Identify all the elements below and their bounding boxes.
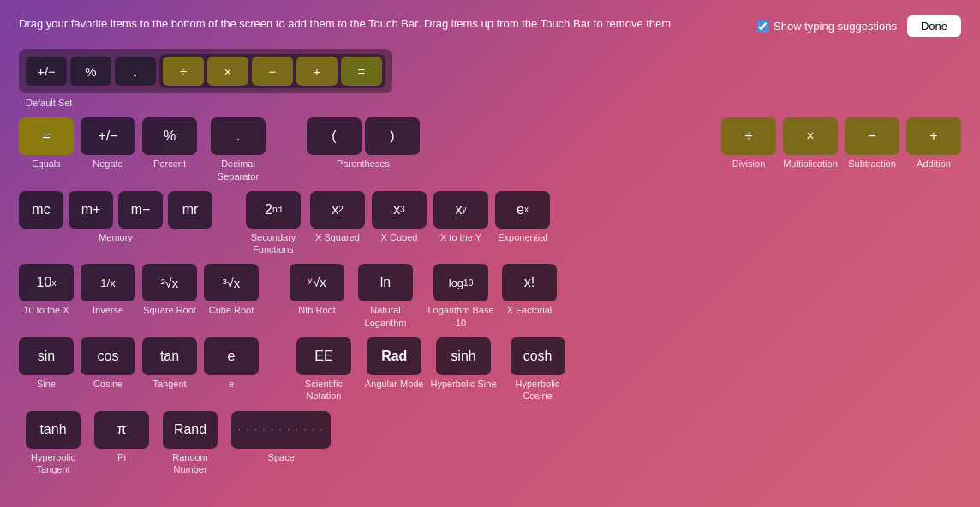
ds-percent-btn[interactable]: % [70, 57, 111, 86]
xsquared-label: X Squared [315, 231, 360, 243]
ln-btn[interactable]: ln [358, 264, 413, 301]
ds-decimal-btn[interactable]: . [115, 57, 156, 86]
tentox-btn[interactable]: 10x [19, 264, 74, 301]
memory-label: Memory [99, 231, 133, 243]
ds-add-btn[interactable]: + [296, 57, 338, 86]
tentox-label: 10 to the X [23, 304, 69, 316]
nthroot-btn[interactable]: ʸ√x [290, 264, 344, 301]
tan-btn[interactable]: tan [142, 337, 197, 375]
tanh-group: tanh Hyperbolic Tangent [19, 411, 87, 476]
space-btn[interactable]: · · · · · · · · · · · [231, 411, 331, 449]
rad-btn[interactable]: Rad [367, 337, 421, 375]
xtoy-btn[interactable]: xy [433, 191, 488, 229]
percent-group: % Percent [142, 117, 197, 170]
log10-label: Logarithm Base 10 [427, 304, 495, 329]
subtraction-label: Subtraction [848, 158, 896, 170]
main-container: Drag your favorite items to the bottom o… [0, 0, 980, 507]
ds-multiply-btn[interactable]: × [207, 57, 248, 86]
instruction-text: Drag your favorite items to the bottom o… [19, 15, 674, 33]
exp-label: Exponential [498, 231, 547, 243]
exp-group: ex Exponential [495, 191, 550, 243]
sinh-group: sinh Hyperbolic Sine [431, 337, 497, 390]
row-3: 10x 10 to the X 1/x Inverse ²√x Square R… [19, 264, 572, 329]
close-paren-btn[interactable]: ) [365, 117, 420, 155]
typing-suggestions-checkbox[interactable] [756, 21, 768, 33]
ds-subtract-btn[interactable]: − [252, 57, 293, 86]
nthroot-label: Nth Root [298, 304, 335, 316]
addition-label: Addition [917, 158, 951, 170]
pi-group: π Pi [94, 411, 149, 463]
mplus-btn[interactable]: m+ [69, 191, 113, 229]
ds-negate-btn[interactable]: +/− [26, 57, 67, 86]
decimal-btn[interactable]: . [211, 117, 266, 155]
ln-label: Natural Logarithm [351, 304, 420, 329]
typing-suggestions-label[interactable]: Show typing suggestions [756, 20, 897, 33]
nthroot-group: ʸ√x Nth Root [290, 264, 344, 316]
equals-btn[interactable]: = [19, 117, 74, 155]
multiplication-label: Multiplication [783, 158, 838, 170]
right-ops: ÷ Division × Multiplication − Subtractio… [721, 117, 961, 170]
ds-equals-btn[interactable]: = [341, 57, 382, 86]
tanh-btn[interactable]: tanh [26, 411, 81, 449]
decimal-label: Decimal Separator [204, 158, 272, 182]
inverse-btn[interactable]: 1/x [81, 264, 135, 301]
sin-btn[interactable]: sin [19, 337, 74, 375]
ds-divide-btn[interactable]: ÷ [163, 57, 204, 86]
factorial-btn[interactable]: x! [502, 264, 557, 301]
memory-btn-row: mc m+ m− mr [19, 191, 212, 229]
secondary-fn-label: Secondary Functions [243, 231, 303, 256]
open-paren-btn[interactable]: ( [307, 117, 362, 155]
cbrt-btn[interactable]: ³√x [204, 264, 259, 301]
division-btn[interactable]: ÷ [721, 117, 776, 155]
xcubed-btn[interactable]: x3 [372, 191, 427, 229]
negate-label: Negate [93, 158, 122, 170]
multiplication-btn[interactable]: × [783, 117, 838, 155]
mr-btn[interactable]: mr [168, 191, 212, 229]
sqrt-btn[interactable]: ²√x [142, 264, 197, 301]
percent-btn[interactable]: % [142, 117, 197, 155]
rand-btn[interactable]: Rand [163, 411, 218, 449]
default-set-label: Default Set [26, 97, 72, 109]
ee-btn[interactable]: EE [296, 337, 351, 375]
sinh-label: Hyperbolic Sine [431, 378, 497, 390]
parentheses-label: Parentheses [337, 158, 390, 170]
default-set-bar: +/− % . ÷ × − + = [19, 49, 392, 93]
cos-group: cos Cosine [81, 337, 135, 390]
secondary-fn-btn[interactable]: 2nd [246, 191, 301, 229]
sqrt-group: ²√x Square Root [142, 264, 197, 316]
log10-btn[interactable]: log10 [433, 264, 488, 301]
mminus-btn[interactable]: m− [118, 191, 163, 229]
decimal-group: . Decimal Separator [204, 117, 272, 182]
addition-btn[interactable]: + [906, 117, 961, 155]
xcubed-label: X Cubed [381, 231, 418, 243]
addition-group: + Addition [906, 117, 961, 170]
rad-label: Angular Mode [365, 378, 424, 390]
exp-btn[interactable]: ex [495, 191, 550, 229]
pi-label: Pi [117, 451, 126, 463]
xtoy-label: X to the Y [440, 231, 481, 243]
factorial-label: X Factorial [507, 304, 553, 316]
row-4: sin Sine cos Cosine tan Tangent e e EE [19, 337, 572, 403]
ee-group: EE Scientific Notation [290, 337, 358, 403]
default-set-section: +/− % . ÷ × − + = Default Set [19, 49, 961, 109]
row-5: tanh Hyperbolic Tangent π Pi Rand Random… [19, 411, 572, 476]
pi-btn[interactable]: π [94, 411, 149, 449]
mc-btn[interactable]: mc [19, 191, 63, 229]
space-label: Space [268, 451, 295, 463]
percent-label: Percent [153, 158, 186, 170]
e-label: e [229, 378, 234, 390]
negate-btn[interactable]: +/− [81, 117, 135, 155]
secondary-fn-group: 2nd Secondary Functions [243, 191, 303, 256]
division-group: ÷ Division [721, 117, 776, 170]
e-btn[interactable]: e [204, 337, 259, 375]
subtraction-btn[interactable]: − [845, 117, 899, 155]
tan-label: Tangent [152, 378, 186, 390]
xsquared-btn[interactable]: x2 [310, 191, 365, 229]
ds-ops-group: ÷ × − + = [159, 54, 385, 88]
sinh-btn[interactable]: sinh [436, 337, 491, 375]
done-button[interactable]: Done [907, 15, 961, 37]
cosh-btn[interactable]: cosh [511, 337, 565, 375]
cos-btn[interactable]: cos [81, 337, 135, 375]
negate-group: +/− Negate [81, 117, 135, 170]
ln-group: ln Natural Logarithm [351, 264, 420, 329]
